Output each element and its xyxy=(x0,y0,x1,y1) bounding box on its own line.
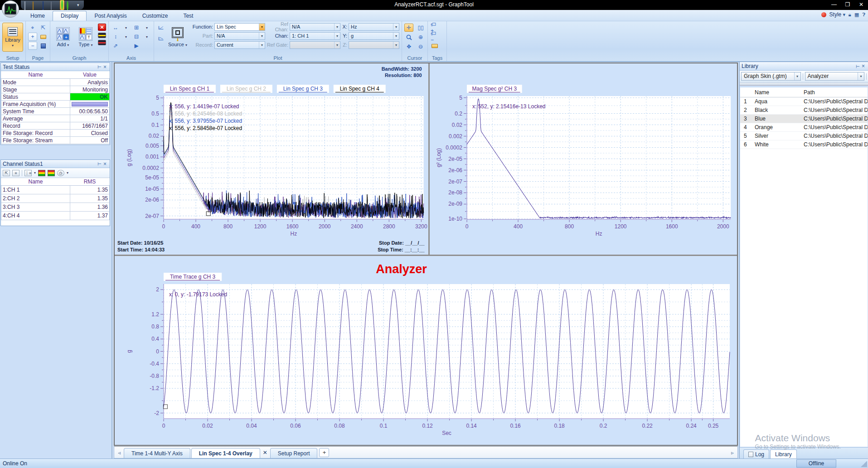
pin-icon[interactable]: ⊥ xyxy=(855,63,860,69)
plot-remove-icon[interactable]: 📉︎ xyxy=(156,34,165,43)
select-channels-icon[interactable]: ⇱ xyxy=(3,170,10,176)
ribbon-tab-customize[interactable]: Customize xyxy=(135,11,176,21)
plot-field-refgate-select[interactable]: ▾ xyxy=(290,41,340,49)
legend-mag-spec-g²-ch-3[interactable]: Mag Spec g² CH 3 xyxy=(467,85,522,93)
zoom-in-dd-icon[interactable]: ▾ xyxy=(142,24,151,32)
y-axis-dd-icon[interactable]: ▾ xyxy=(121,33,131,41)
page-add-icon[interactable]: + xyxy=(28,33,37,41)
plot-field-chan-select[interactable]: 1: CH 1▾ xyxy=(290,32,340,40)
close-panel-icon[interactable]: × xyxy=(102,161,108,167)
zoom-in-axis-icon[interactable]: ⊞ xyxy=(132,24,141,32)
list-view-icon[interactable]: ⋮≡ xyxy=(24,170,32,176)
zoom-out-axis-icon[interactable]: ⊟ xyxy=(132,33,141,41)
page-open-icon[interactable] xyxy=(39,33,48,41)
page-move-icon[interactable]: ⌖ xyxy=(28,24,37,32)
close-panel-icon[interactable]: × xyxy=(860,63,866,69)
close-panel-icon[interactable]: × xyxy=(102,64,108,70)
lin-spec-overlay-chart[interactable]: 50.50.10.020.0050.0010.00025e-051e-052e-… xyxy=(115,63,430,255)
ribbon-tab-display[interactable]: Display xyxy=(53,11,87,21)
legend-time-trace-g-ch-3[interactable]: Time Trace g CH 3 xyxy=(164,273,222,281)
library-row-orange[interactable]: 4OrangeC:\Users\Public\Spectral D xyxy=(740,123,868,132)
x-axis-dd-icon[interactable]: ▾ xyxy=(121,24,131,32)
page-tab-lin-spec-1-4-overlay[interactable]: Lin Spec 1-4 Overlay xyxy=(191,448,260,458)
legend-lin-spec-g-ch-2[interactable]: Lin Spec g CH 2 xyxy=(220,85,272,93)
plot-area[interactable] xyxy=(467,96,731,219)
power-off-icon[interactable] xyxy=(66,2,73,8)
add-page-tab-button[interactable]: + xyxy=(319,448,329,457)
close-tab-icon[interactable]: ✕ xyxy=(261,448,270,458)
apply-axis-icon[interactable]: ▶ xyxy=(132,42,141,50)
plot-field-refchan-select[interactable]: N/A▾ xyxy=(290,23,340,31)
clock-icon[interactable]: ◷ xyxy=(57,170,64,176)
pin-icon[interactable]: ⊥ xyxy=(97,64,102,70)
pin-icon[interactable]: ⊥ xyxy=(97,161,102,167)
skin-icon[interactable]: ▦ xyxy=(854,12,859,18)
ribbon-tab-home[interactable]: Home xyxy=(23,11,53,21)
plot-add-icon[interactable]: 📈︎ xyxy=(156,24,165,32)
page-save-icon[interactable] xyxy=(39,42,48,50)
skin-red-icon[interactable] xyxy=(98,40,106,45)
library-button[interactable]: Library▾ xyxy=(2,23,23,52)
library-row-aqua[interactable]: 1AquaC:\Users\Public\Spectral D xyxy=(740,97,868,106)
ribbon-tab-test[interactable]: Test xyxy=(175,11,201,21)
app-icon[interactable] xyxy=(2,0,19,18)
y-axis-icon[interactable]: ↕ xyxy=(111,33,120,41)
mag-spec-chart[interactable]: 50.20.020.0020.00022e-052e-062e-072e-082… xyxy=(430,63,737,255)
resize-grip[interactable] xyxy=(861,461,867,467)
save-icon[interactable] xyxy=(42,2,49,8)
page-tab-setup-report[interactable]: Setup Report xyxy=(270,448,318,458)
source-button[interactable]: ⬇ Source ▾ xyxy=(167,23,188,52)
customize-qat-icon[interactable]: ▾ xyxy=(75,3,79,7)
library-type-select[interactable]: Graph Skin (.gtm)▾ xyxy=(741,72,801,81)
add-graph-button[interactable]: + Add ▾ xyxy=(53,23,73,52)
x-axis-icon[interactable]: ↔ xyxy=(111,24,120,32)
time-trace-chart[interactable]: 21.20.80.40-0.4-0.8-1.2-200.020.040.060.… xyxy=(115,256,737,445)
plot-field-record-select[interactable]: Current▾ xyxy=(214,41,265,49)
style-button[interactable]: Style ▾ xyxy=(829,11,846,18)
tab-scroll-left-icon[interactable]: ◃ xyxy=(115,448,123,457)
library-row-black[interactable]: 2BlackC:\Users\Public\Spectral D xyxy=(740,106,868,115)
panel-tab-library[interactable]: Library xyxy=(770,449,797,458)
limit-bars-icon[interactable] xyxy=(38,170,45,176)
power-on-icon[interactable] xyxy=(60,0,64,10)
zoom-out-dd-icon[interactable]: ▾ xyxy=(142,33,151,41)
plot-field-y-select[interactable]: g▾ xyxy=(349,32,399,40)
help-icon[interactable]: ❓︎ xyxy=(862,12,865,18)
library-scrollbar[interactable] xyxy=(740,82,868,86)
cursor-crosshair-icon[interactable]: ✛ xyxy=(404,24,413,32)
page-tab-time-1-4-multi-y-axis[interactable]: Time 1-4 Multi-Y Axis xyxy=(124,448,190,458)
page-select-icon[interactable]: ⇱ xyxy=(39,24,48,32)
legend-lin-spec-g-ch-4[interactable]: Lin Spec g CH 4 xyxy=(334,85,386,93)
cursor-zoom-icon[interactable] xyxy=(404,33,413,41)
print-icon[interactable] xyxy=(51,2,58,8)
maximize-button[interactable]: ❐ xyxy=(841,0,854,9)
tab-scroll-right-icon[interactable]: ▹ xyxy=(728,448,737,457)
delete-graph-icon[interactable]: ✕ xyxy=(98,24,106,31)
close-button[interactable]: ✕ xyxy=(854,0,868,9)
library-row-silver[interactable]: 5SilverC:\Users\Public\Spectral D xyxy=(740,132,868,140)
plot-field-z-select[interactable]: ▾ xyxy=(349,41,399,49)
plot-field-part-select[interactable]: N/A▾ xyxy=(214,32,265,40)
legend-lin-spec-g-ch-3[interactable]: Lin Spec g CH 3 xyxy=(277,85,329,93)
library-row-blue[interactable]: 3BlueC:\Users\Public\Spectral D xyxy=(740,115,868,123)
page-remove-icon[interactable]: − xyxy=(28,42,37,50)
tag-open-icon[interactable] xyxy=(430,42,439,50)
skin-yellow-icon[interactable] xyxy=(98,33,106,38)
panel-tab-log[interactable]: Log xyxy=(743,449,769,458)
ribbon-tab-post-analysis[interactable]: Post Analysis xyxy=(87,11,134,21)
open-file-icon[interactable] xyxy=(33,2,40,8)
align-icon[interactable]: ≡ xyxy=(12,170,19,176)
plot-field-function-select[interactable]: Lin Spec▾ xyxy=(214,23,265,31)
graph-type-button[interactable]: T Type ▾ xyxy=(75,23,96,52)
cursor-remove-icon[interactable]: ⊖ xyxy=(416,43,425,51)
minimize-button[interactable]: — xyxy=(827,0,841,9)
cursor-add-icon[interactable]: ⊕ xyxy=(416,33,425,41)
tag-remove-icon[interactable]: 🏷︎− xyxy=(430,33,439,41)
cursor-move-icon[interactable]: ✥ xyxy=(404,43,413,51)
library-row-white[interactable]: 6WhiteC:\Users\Public\Spectral D xyxy=(740,140,868,149)
autoscale-icon[interactable]: ⇗ xyxy=(111,42,120,50)
lock-icon[interactable]: 🔒︎ xyxy=(849,12,851,18)
new-file-icon[interactable] xyxy=(24,2,31,8)
plot-field-x-select[interactable]: Hz▾ xyxy=(349,23,399,31)
cursor-pair-icon[interactable]: ▯▯ xyxy=(416,24,425,32)
